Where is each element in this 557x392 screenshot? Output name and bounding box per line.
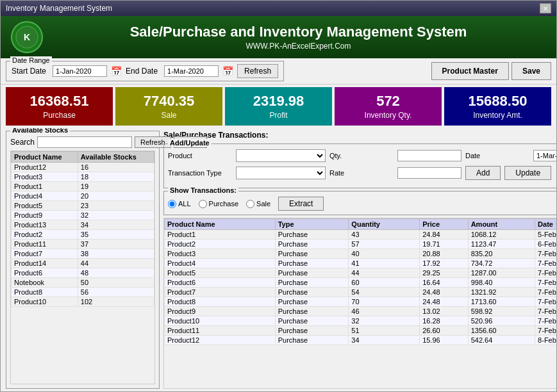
close-button[interactable]: ✕ — [540, 3, 551, 13]
list-item[interactable]: Product648 — [12, 268, 154, 278]
date-label: Date — [465, 152, 529, 159]
list-item[interactable]: Product235 — [12, 230, 154, 240]
radio-sale[interactable]: Sale — [246, 200, 270, 208]
start-date-calendar-icon[interactable]: 📅 — [111, 66, 122, 76]
radio-all-input[interactable] — [168, 200, 176, 208]
col-product-name: Product Name — [12, 152, 78, 163]
stat-invamt: 15688.50 Inventory Amt. — [444, 87, 551, 126]
table-cell: 998.40 — [468, 278, 535, 288]
list-item[interactable]: Product738 — [12, 249, 154, 259]
table-row[interactable]: Product8Purchase7024.481713.607-Feb-20 — [165, 297, 557, 307]
add-button[interactable]: Add — [465, 166, 501, 180]
list-item[interactable]: Notebook50 — [12, 278, 154, 288]
table-cell: Product6 — [165, 278, 276, 288]
refresh-button[interactable]: Refresh — [237, 64, 278, 78]
list-item[interactable]: Product1334 — [12, 220, 154, 230]
transaction-type-select[interactable] — [236, 167, 326, 179]
table-row[interactable]: Product3Purchase4020.88835.207-Feb-20 — [165, 249, 557, 259]
profit-value: 2319.98 — [253, 93, 304, 110]
update-button[interactable]: Update — [504, 166, 551, 180]
radio-purchase[interactable]: Purchase — [199, 200, 238, 208]
end-date-input[interactable] — [164, 65, 219, 77]
list-item[interactable]: Product1216 — [12, 163, 154, 172]
table-cell: 44 — [349, 268, 420, 278]
show-transactions-group: Show Transactions: ALL Purchase Sale Ext — [163, 191, 556, 215]
table-row: Product2 — [12, 230, 78, 240]
table-cell: 15.96 — [420, 336, 468, 345]
table-row[interactable]: Product11Purchase5126.601356.607-Feb-20 — [165, 326, 557, 336]
radio-all[interactable]: ALL — [168, 200, 191, 208]
table-cell: 41 — [349, 259, 420, 268]
table-row[interactable]: Product9Purchase4613.02598.927-Feb-20 — [165, 307, 557, 316]
date-input[interactable] — [533, 150, 556, 161]
product-master-button[interactable]: Product Master — [431, 62, 509, 80]
txn-extract-button[interactable]: Extract — [278, 197, 324, 211]
radio-purchase-label: Purchase — [209, 200, 238, 208]
table-row: 38 — [78, 249, 154, 259]
date-range-group: Date Range Start Date 📅 End Date 📅 Refre… — [6, 61, 284, 81]
list-item[interactable]: Product10102 — [12, 297, 154, 307]
list-item[interactable]: Product420 — [12, 192, 154, 201]
search-input[interactable] — [37, 136, 132, 148]
list-item[interactable]: Product856 — [12, 288, 154, 297]
table-row[interactable]: Product2Purchase5719.711123.476-Feb-20 — [165, 240, 557, 249]
radio-purchase-input[interactable] — [199, 200, 207, 208]
table-row[interactable]: Product12Purchase3415.96542.648-Feb-20 — [165, 336, 557, 345]
table-cell: Purchase — [275, 240, 349, 249]
list-item[interactable]: Product318 — [12, 172, 154, 182]
table-row[interactable]: Product4Purchase4117.92734.727-Feb-20 — [165, 259, 557, 268]
list-item[interactable]: Product1137 — [12, 240, 154, 249]
save-button[interactable]: Save — [511, 62, 551, 80]
txn-col-price: Price — [420, 219, 468, 230]
table-row: Product6 — [12, 268, 78, 278]
stat-invqty: 572 Inventory Qty. — [335, 87, 442, 126]
table-row: 34 — [78, 220, 154, 230]
invqty-value: 572 — [376, 93, 400, 110]
table-row: Product11 — [12, 240, 78, 249]
table-cell: 60 — [349, 278, 420, 288]
table-cell: Product7 — [165, 288, 276, 297]
end-date-calendar-icon[interactable]: 📅 — [222, 66, 233, 76]
table-cell: 1321.92 — [468, 288, 535, 297]
table-cell: Product3 — [165, 249, 276, 259]
table-row: 50 — [78, 278, 154, 288]
main-window: Inventory Management System ✕ K Sale/Pur… — [0, 0, 557, 392]
toolbar-right: Product Master Save — [431, 62, 551, 80]
table-cell: 54 — [349, 288, 420, 297]
radio-sale-input[interactable] — [246, 200, 254, 208]
show-transactions-title: Show Transactions: — [168, 186, 238, 194]
table-cell: 520.96 — [468, 316, 535, 326]
table-row[interactable]: Product5Purchase4429.251287.007-Feb-20 — [165, 268, 557, 278]
left-panel: Available Stocks Search Refresh Extract … — [6, 131, 160, 389]
table-cell: Product1 — [165, 230, 276, 240]
table-cell: Purchase — [275, 336, 349, 345]
list-item[interactable]: Product932 — [12, 211, 154, 220]
table-row[interactable]: Product7Purchase5424.481321.927-Feb-20 — [165, 288, 557, 297]
table-row: 20 — [78, 192, 154, 201]
table-cell: Purchase — [275, 278, 349, 288]
list-item[interactable]: Product119 — [12, 182, 154, 192]
table-cell: 24.48 — [420, 288, 468, 297]
col-available-stocks: Available Stocks — [78, 152, 154, 163]
start-date-input[interactable] — [53, 65, 107, 77]
sale-value: 7740.35 — [144, 93, 195, 110]
table-cell: Product12 — [165, 336, 276, 345]
table-cell: 7-Feb-20 — [535, 278, 556, 288]
logo: K — [11, 21, 43, 53]
start-date-label: Start Date — [12, 67, 46, 76]
table-cell: Purchase — [275, 326, 349, 336]
qty-input[interactable] — [397, 150, 461, 161]
product-select[interactable] — [236, 149, 326, 162]
list-item[interactable]: Product523 — [12, 201, 154, 211]
list-item[interactable]: Product1444 — [12, 259, 154, 268]
table-row[interactable]: Product10Purchase3216.28520.967-Feb-20 — [165, 316, 557, 326]
table-row: 37 — [78, 240, 154, 249]
table-cell: 8-Feb-20 — [535, 336, 556, 345]
table-row[interactable]: Product6Purchase6016.64998.407-Feb-20 — [165, 278, 557, 288]
transaction-type-label: Transaction Type — [168, 169, 232, 177]
table-cell: 7-Feb-20 — [535, 259, 556, 268]
table-cell: Purchase — [275, 230, 349, 240]
rate-input[interactable] — [397, 167, 461, 179]
stat-profit: 2319.98 Profit — [225, 87, 332, 126]
table-row[interactable]: Product1Purchase4324.841068.125-Feb-20 — [165, 230, 557, 240]
